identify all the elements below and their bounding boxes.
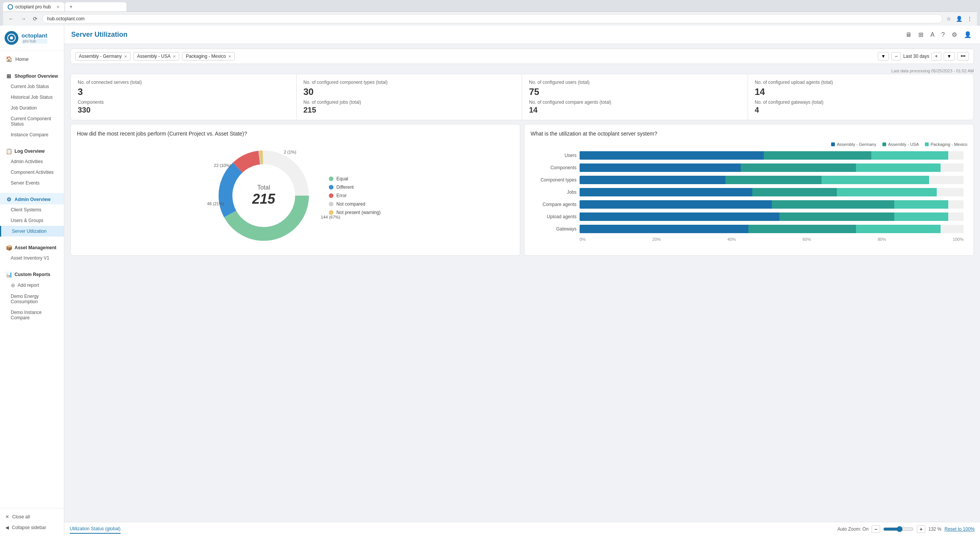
grid-icon[interactable]: ⊞ xyxy=(917,29,925,40)
more-options-button[interactable]: ••• xyxy=(957,52,969,60)
browser-chrome: octoplant pro hub ✕ + ← → ⟳ hub.octoplan… xyxy=(0,0,980,26)
minus-date-button[interactable]: − xyxy=(891,52,901,60)
sidebar-item-demo-energy[interactable]: Demo Energy Consumption xyxy=(0,291,64,307)
close-all-button[interactable]: ✕ Close all xyxy=(0,511,64,522)
sidebar-item-demo-instance[interactable]: Demo Instance Compare xyxy=(0,307,64,323)
sidebar-item-current-job-status[interactable]: Current Job Status xyxy=(0,81,64,92)
bar-segment-upload-mexico xyxy=(894,212,948,221)
legend-dot-error xyxy=(329,193,333,198)
sidebar-item-client-systems[interactable]: Client Systems xyxy=(0,204,64,215)
stats-row: No. of connected servers (total) 3 Compo… xyxy=(70,74,974,120)
zoom-in-button[interactable]: + xyxy=(917,525,925,533)
expand-date-button[interactable]: ▼ xyxy=(944,52,955,60)
bar-label-users: Users xyxy=(534,153,577,158)
plus-date-button[interactable]: + xyxy=(931,52,941,60)
annotation-error: 22 (10%) xyxy=(214,163,231,168)
zoom-out-button[interactable]: − xyxy=(872,525,880,533)
stat-value-users: 75 xyxy=(529,87,741,97)
sidebar-item-admin-activities[interactable]: Admin Activities xyxy=(0,156,64,167)
filter-tag-usa[interactable]: Assembly - USA ✕ xyxy=(134,52,179,60)
sidebar-section-reports[interactable]: 📊 Custom Reports xyxy=(0,268,64,279)
sidebar-section-admin[interactable]: ⚙ Admin Overview xyxy=(0,193,64,204)
zoom-slider[interactable] xyxy=(883,526,914,532)
bar-label-gateways: Gateways xyxy=(534,226,577,232)
legend-dot-not-compared xyxy=(329,202,333,206)
asset-icon: 📦 xyxy=(5,244,12,251)
sidebar-item-users-groups[interactable]: Users & Groups xyxy=(0,215,64,226)
stat-sub-label-compare-agents: No. of configured compare agents (total) xyxy=(529,100,741,105)
sidebar-item-current-component-status[interactable]: Current Component Status xyxy=(0,113,64,129)
close-tab-button[interactable]: ✕ xyxy=(56,5,60,10)
utilization-status-tab[interactable]: Utilization Status (global) xyxy=(70,525,121,534)
bookmark-icon[interactable]: ☆ xyxy=(945,14,953,23)
collapse-filter-button[interactable]: ▼ xyxy=(878,52,889,60)
bar-segment-gateways-germany xyxy=(580,225,748,233)
new-tab-button[interactable]: + xyxy=(65,2,126,11)
app-container: octoplant pro hub 🏠 Home ⊞ Shopfloor Ove… xyxy=(0,26,980,536)
donut-total-label: Total xyxy=(252,184,275,191)
collapse-sidebar-button[interactable]: ◀ Collapse sidebar xyxy=(0,522,64,533)
sidebar-item-instance-compare[interactable]: Instance Compare xyxy=(0,129,64,140)
stat-value-servers: 3 xyxy=(78,87,289,97)
collapse-icon: ◀ xyxy=(5,525,9,530)
bar-track-users xyxy=(580,151,964,160)
remove-germany-filter[interactable]: ✕ xyxy=(124,54,127,59)
reports-icon: 📊 xyxy=(5,271,12,278)
sidebar-item-server-utilization[interactable]: Server Utilization xyxy=(0,226,64,237)
translate-icon[interactable]: A xyxy=(929,30,936,40)
browser-tab-active[interactable]: octoplant pro hub ✕ xyxy=(3,2,64,11)
bottom-bar: Utilization Status (global) Auto Zoom: O… xyxy=(64,522,980,536)
sidebar-admin-section: ⚙ Admin Overview Client Systems Users & … xyxy=(0,191,64,239)
logo-text: octoplant pro hub xyxy=(21,32,47,44)
sidebar-asset-section: 📦 Asset Management Asset Inventory V1 xyxy=(0,239,64,266)
filter-tag-germany[interactable]: Assembly - Germany ✕ xyxy=(75,52,131,60)
sidebar-section-log[interactable]: 📋 Log Overview xyxy=(0,145,64,156)
sidebar-section-shopfloor[interactable]: ⊞ Shopfloor Overview xyxy=(0,70,64,81)
user-icon[interactable]: 👤 xyxy=(962,29,973,40)
stat-card-users: No. of configured users (total) 75 No. o… xyxy=(522,74,748,120)
bar-segment-components-usa xyxy=(741,163,856,172)
monitor-icon[interactable]: 🖥 xyxy=(904,30,913,40)
bar-row-upload-agents: Upload agents xyxy=(534,212,964,221)
stat-value-upload-agents: 14 xyxy=(755,87,967,97)
bar-track-component-types xyxy=(580,176,964,184)
sidebar-item-home[interactable]: 🏠 Home xyxy=(0,53,64,65)
remove-usa-filter[interactable]: ✕ xyxy=(173,54,176,59)
reload-button[interactable]: ⟳ xyxy=(31,14,40,23)
back-button[interactable]: ← xyxy=(6,14,16,23)
bar-segment-upload-germany xyxy=(580,212,779,221)
sidebar: octoplant pro hub 🏠 Home ⊞ Shopfloor Ove… xyxy=(0,26,64,536)
bar-segment-compare-germany xyxy=(580,200,772,209)
tab-title: octoplant pro hub xyxy=(15,4,51,10)
bar-track-gateways xyxy=(580,225,964,233)
help-icon[interactable]: ? xyxy=(940,30,946,40)
sidebar-item-component-activities[interactable]: Component Activities xyxy=(0,167,64,178)
legend-item-not-compared: Not compared xyxy=(329,201,381,207)
sidebar-item-add-report[interactable]: ⊕ Add report xyxy=(0,279,64,291)
annotation-different: 46 (21%) xyxy=(207,201,224,206)
address-bar[interactable]: hub.octoplant.com xyxy=(42,14,942,23)
admin-icon: ⚙ xyxy=(5,196,12,203)
filter-bar: Assembly - Germany ✕ Assembly - USA ✕ Pa… xyxy=(70,49,974,64)
forward-button[interactable]: → xyxy=(18,14,28,23)
sidebar-item-job-duration[interactable]: Job Duration xyxy=(0,103,64,113)
donut-chart-title: How did the most recent jobs perform (Cu… xyxy=(77,131,514,137)
bar-label-component-types: Component types xyxy=(534,177,577,183)
bar-row-components: Components xyxy=(534,163,964,172)
sidebar-item-historical-job-status[interactable]: Historical Job Status xyxy=(0,92,64,103)
remove-mexico-filter[interactable]: ✕ xyxy=(228,54,231,59)
profile-icon[interactable]: 👤 xyxy=(954,14,964,23)
bar-chart-container: Users Components xyxy=(531,151,967,242)
bar-row-gateways: Gateways xyxy=(534,225,964,233)
sidebar-item-asset-inventory[interactable]: Asset Inventory V1 xyxy=(0,253,64,263)
bar-segment-compare-mexico xyxy=(894,200,948,209)
last-data-processing: Last data processing 05/25/2023 - 01:02 … xyxy=(70,68,974,74)
filter-tag-mexico[interactable]: Packaging - Mexico ✕ xyxy=(182,52,235,60)
sidebar-item-server-events[interactable]: Server Events xyxy=(0,178,64,188)
menu-icon[interactable]: ⋮ xyxy=(965,14,974,23)
sidebar-section-asset[interactable]: 📦 Asset Management xyxy=(0,241,64,253)
bar-row-jobs: Jobs xyxy=(534,188,964,196)
bar-segment-types-germany xyxy=(580,176,725,184)
settings-icon[interactable]: ⚙ xyxy=(950,29,959,40)
zoom-reset-button[interactable]: Reset to 100% xyxy=(944,526,975,532)
